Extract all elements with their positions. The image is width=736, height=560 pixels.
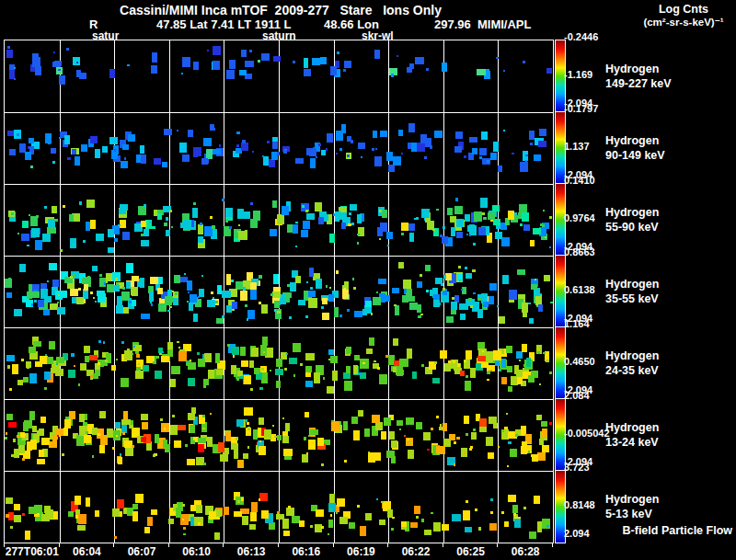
data-cell (272, 291, 281, 299)
data-cell (517, 269, 525, 276)
data-cell (512, 505, 518, 514)
data-cell (493, 350, 501, 360)
data-cell (378, 279, 386, 284)
data-speck (418, 315, 421, 319)
data-cell (276, 381, 281, 389)
data-speck (387, 245, 389, 246)
data-cell (108, 247, 115, 253)
data-cell (351, 417, 357, 424)
data-speck (252, 151, 254, 153)
data-speck (385, 355, 388, 358)
data-cell (372, 415, 380, 423)
data-speck (525, 154, 528, 157)
data-cell (165, 444, 170, 453)
data-speck (127, 349, 130, 351)
data-cell (486, 437, 493, 446)
data-cell (401, 521, 408, 527)
data-speck (519, 360, 521, 361)
data-speck (466, 234, 468, 235)
data-cell (474, 302, 480, 312)
data-cell (449, 434, 456, 440)
data-cell (42, 234, 51, 242)
data-speck (543, 210, 545, 211)
data-speck (401, 233, 405, 236)
data-cell (409, 63, 415, 69)
data-cell (187, 280, 192, 290)
data-cell (209, 511, 216, 520)
data-speck (270, 293, 273, 296)
data-cell (331, 421, 339, 430)
data-speck (11, 454, 14, 457)
mimi-inca-screen: Cassini/MIMI Inca mTOF 2009-277 Stare Io… (0, 0, 736, 560)
data-cell (464, 416, 469, 425)
data-cell (19, 264, 26, 272)
data-speck (420, 274, 422, 277)
legend-title: Log Cnts (633, 3, 734, 16)
data-cell (109, 137, 118, 144)
data-speck (122, 287, 125, 290)
data-speck (490, 511, 493, 514)
data-cell (29, 373, 37, 383)
data-speck (141, 234, 144, 236)
data-cell (190, 425, 195, 433)
data-speck (164, 131, 166, 133)
event-annotation: satur (92, 29, 119, 42)
data-speck (92, 455, 94, 457)
data-speck (466, 433, 468, 436)
data-speck (99, 274, 102, 277)
data-speck (321, 306, 324, 309)
data-speck (118, 224, 121, 227)
data-speck (190, 360, 191, 361)
data-speck (293, 374, 296, 377)
data-cell (276, 514, 284, 520)
data-speck (7, 46, 10, 49)
data-cell (189, 303, 193, 311)
data-cell (63, 428, 68, 437)
data-cell (425, 265, 431, 272)
data-speck (483, 217, 486, 220)
data-cell (141, 221, 146, 227)
data-cell (35, 240, 43, 250)
data-cell (55, 369, 63, 377)
data-cell (90, 220, 96, 229)
data-cell (237, 460, 244, 469)
data-cell (318, 217, 324, 225)
data-cell (222, 291, 230, 299)
data-speck (513, 513, 516, 516)
data-cell (463, 510, 471, 520)
data-cell (254, 368, 259, 374)
data-speck (525, 160, 527, 162)
axis-tick (278, 543, 279, 547)
gridline (443, 40, 444, 112)
event-annotation: skr-wl (362, 29, 394, 42)
data-speck (149, 221, 152, 223)
data-cell (538, 141, 546, 147)
data-cell (310, 429, 318, 435)
data-cell (226, 70, 235, 79)
data-speck (531, 454, 534, 457)
data-speck (75, 515, 79, 519)
data-speck (357, 505, 361, 509)
data-speck (203, 385, 206, 388)
data-speck (277, 511, 280, 514)
gridline (60, 185, 61, 257)
data-speck (416, 516, 419, 519)
data-cell (308, 298, 316, 308)
data-cell (373, 452, 381, 461)
data-speck (127, 64, 130, 67)
data-speck (115, 278, 118, 280)
data-speck (21, 359, 24, 361)
data-cell (303, 221, 310, 229)
data-speck (225, 219, 229, 223)
data-cell (374, 50, 381, 59)
data-speck (129, 298, 132, 301)
data-cell (365, 513, 372, 520)
spectrogram-panel (5, 471, 553, 543)
data-cell (165, 296, 172, 305)
data-speck (211, 291, 213, 294)
data-speck (247, 318, 248, 320)
data-speck (283, 150, 287, 154)
data-cell (451, 302, 457, 310)
data-speck (549, 216, 552, 219)
data-cell (250, 219, 257, 229)
